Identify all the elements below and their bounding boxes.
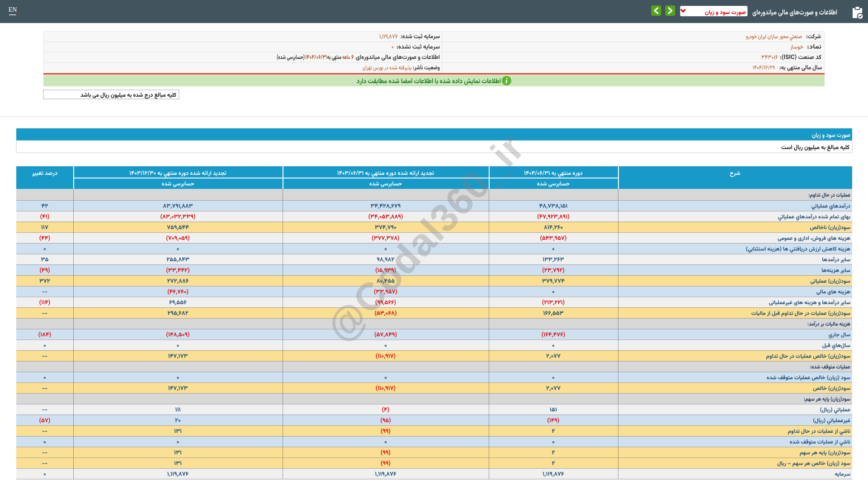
svg-text:EN: EN [9, 6, 17, 13]
